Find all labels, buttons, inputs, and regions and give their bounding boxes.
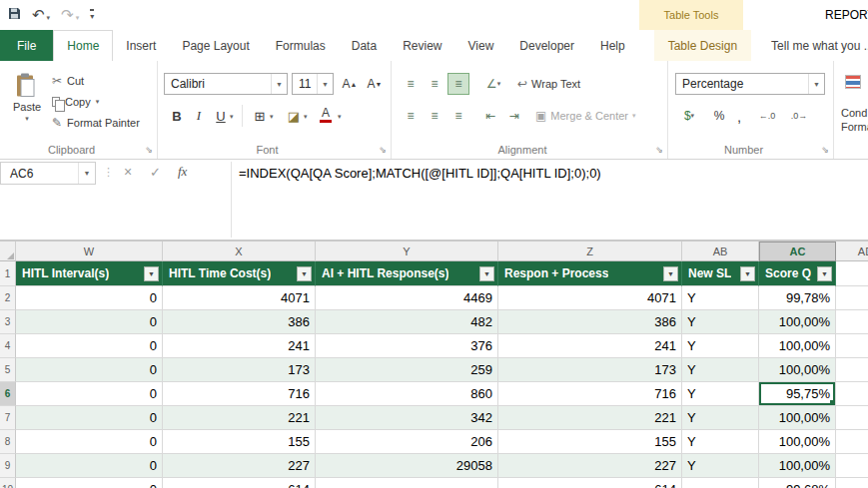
cell-X3[interactable]: 386 — [163, 310, 316, 334]
cell-Y10[interactable] — [316, 478, 498, 488]
middle-align-button[interactable]: ≡ — [424, 73, 445, 95]
column-header-ab[interactable]: AB — [682, 242, 759, 261]
cell-AC4[interactable]: 100,00% — [759, 334, 836, 358]
table-header-w[interactable]: HITL Interval(s)▼ — [16, 261, 163, 286]
cell-AB4[interactable]: Y — [682, 334, 759, 358]
row-number-2[interactable]: 2 — [0, 286, 16, 310]
table-header-ab[interactable]: New SL▼ — [682, 261, 759, 286]
cell-Z5[interactable]: 173 — [498, 358, 682, 382]
cell-Y2[interactable]: 4469 — [316, 286, 498, 310]
cell-W3[interactable]: 0 — [16, 310, 163, 334]
redo-button[interactable]: ↷ ▾ — [61, 8, 79, 22]
bottom-align-button[interactable]: ≡ — [447, 73, 469, 95]
tab-insert[interactable]: Insert — [113, 30, 169, 61]
cell-Y8[interactable]: 206 — [316, 430, 498, 454]
cell-outside-table[interactable] — [836, 478, 868, 488]
tab-help[interactable]: Help — [587, 30, 638, 61]
row-number-9[interactable]: 9 — [0, 454, 16, 478]
cell-outside-table[interactable] — [836, 261, 868, 286]
cell-Z2[interactable]: 4071 — [498, 286, 682, 310]
cell-X7[interactable]: 221 — [163, 406, 316, 430]
cell-outside-table[interactable] — [836, 454, 868, 478]
cell-X8[interactable]: 155 — [163, 430, 316, 454]
cell-W9[interactable]: 0 — [16, 454, 163, 478]
cell-outside-table[interactable] — [836, 430, 868, 454]
font-color-button[interactable]: A — [318, 104, 334, 126]
cell-outside-table[interactable] — [836, 358, 868, 382]
tab-file[interactable]: File — [0, 30, 53, 61]
cell-AB3[interactable]: Y — [682, 310, 759, 334]
orientation-button[interactable]: ∠▾ — [479, 73, 507, 95]
column-header-ac[interactable]: AC — [759, 242, 836, 261]
cell-AB7[interactable]: Y — [682, 406, 759, 430]
decrease-font-size-button[interactable]: A▼ — [364, 73, 386, 95]
merge-center-button[interactable]: ▣ Merge & Center ▾ — [535, 105, 636, 127]
cell-AC2[interactable]: 99,78% — [759, 286, 836, 310]
filter-button[interactable]: ▼ — [297, 266, 312, 281]
customize-quick-access-button[interactable]: ▾ — [90, 9, 94, 21]
align-right-button[interactable]: ≡ — [447, 105, 469, 127]
filter-button[interactable]: ▼ — [479, 266, 494, 281]
tab-view[interactable]: View — [455, 30, 507, 61]
cell-AB9[interactable]: Y — [682, 454, 759, 478]
format-painter-button[interactable]: ✎ Format Painter — [52, 112, 140, 133]
tab-formulas[interactable]: Formulas — [263, 30, 339, 61]
cell-Y7[interactable]: 342 — [316, 406, 498, 430]
filter-button[interactable]: ▼ — [817, 266, 832, 281]
cell-outside-table[interactable] — [836, 406, 868, 430]
tab-review[interactable]: Review — [390, 30, 454, 61]
borders-button[interactable]: ⊞ — [250, 105, 270, 127]
italic-button[interactable]: I — [188, 105, 210, 127]
select-all-corner[interactable] — [0, 242, 16, 261]
cell-AC5[interactable]: 100,00% — [759, 358, 836, 382]
font-size-combobox[interactable]: 11 ▼ — [292, 73, 334, 95]
tab-data[interactable]: Data — [339, 30, 390, 61]
cell-Z7[interactable]: 221 — [498, 406, 682, 430]
table-header-ac[interactable]: Score Q▼ — [759, 261, 836, 286]
save-button[interactable] — [8, 7, 21, 23]
cell-AC9[interactable]: 100,00% — [759, 454, 836, 478]
cell-W5[interactable]: 0 — [16, 358, 163, 382]
cell-outside-table[interactable] — [836, 382, 868, 406]
insert-function-button[interactable]: fx — [178, 164, 187, 180]
name-box[interactable]: AC6 ▼ — [0, 162, 96, 185]
bold-button[interactable]: B — [166, 105, 188, 127]
comma-style-button[interactable]: , — [732, 105, 746, 127]
cell-Y4[interactable]: 376 — [316, 334, 498, 358]
undo-button[interactable]: ↶ ▾ — [32, 8, 50, 22]
cell-W4[interactable]: 0 — [16, 334, 163, 358]
row-number-8[interactable]: 8 — [0, 430, 16, 454]
column-header-w[interactable]: W — [16, 242, 163, 261]
font-dialog-launcher[interactable]: ⇘ — [379, 145, 387, 155]
cell-Y5[interactable]: 259 — [316, 358, 498, 382]
cell-AB10[interactable] — [682, 478, 759, 488]
number-format-combobox[interactable]: Percentage ▼ — [675, 73, 825, 95]
column-header-y[interactable]: Y — [316, 242, 498, 261]
tab-home[interactable]: Home — [53, 30, 113, 61]
row-number-7[interactable]: 7 — [0, 406, 16, 430]
cell-Z6[interactable]: 716 — [498, 382, 682, 406]
underline-button[interactable]: U — [210, 105, 232, 127]
cell-X10[interactable]: 614 — [163, 478, 316, 488]
column-header-ad[interactable]: AD — [836, 242, 868, 261]
cell-X4[interactable]: 241 — [163, 334, 316, 358]
cell-Y9[interactable]: 29058 — [316, 454, 498, 478]
row-number-5[interactable]: 5 — [0, 358, 16, 382]
tab-page-layout[interactable]: Page Layout — [169, 30, 262, 61]
increase-indent-button[interactable]: ⇥ — [503, 105, 525, 127]
cell-W8[interactable]: 0 — [16, 430, 163, 454]
cell-W2[interactable]: 0 — [16, 286, 163, 310]
row-number-6[interactable]: 6 — [0, 382, 16, 406]
row-number-10[interactable]: 10 — [0, 478, 16, 488]
filter-button[interactable]: ▼ — [144, 266, 159, 281]
cell-AB8[interactable]: Y — [682, 430, 759, 454]
cell-Y6[interactable]: 860 — [316, 382, 498, 406]
table-header-x[interactable]: HITL Time Cost(s)▼ — [163, 261, 316, 286]
table-header-y[interactable]: AI + HITL Response(s)▼ — [316, 261, 498, 286]
copy-button[interactable]: Copy ▾ — [52, 91, 140, 112]
cell-AB5[interactable]: Y — [682, 358, 759, 382]
accounting-format-button[interactable]: $▾ — [675, 105, 703, 127]
row-number-3[interactable]: 3 — [0, 310, 16, 334]
tell-me-box[interactable]: Tell me what you ... — [757, 30, 868, 61]
cell-W10[interactable]: 0 — [16, 478, 163, 488]
